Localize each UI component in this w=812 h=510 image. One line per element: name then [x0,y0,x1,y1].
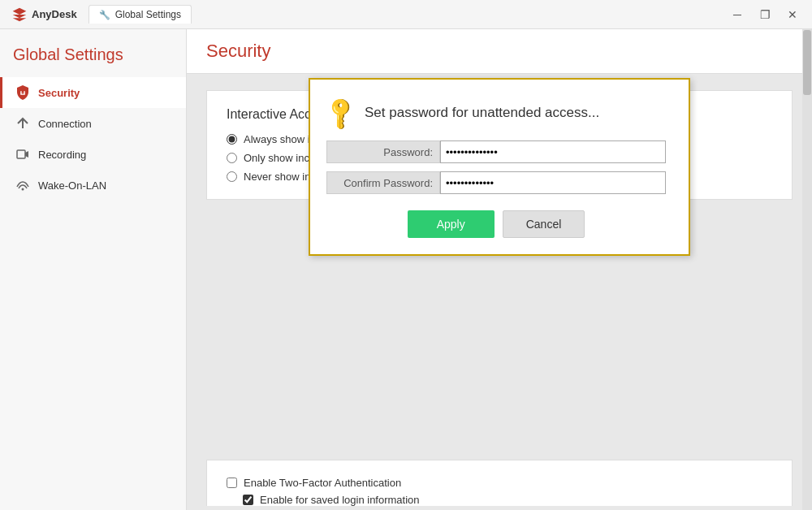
sidebar-item-security[interactable]: Security [0,77,186,108]
connection-icon [15,116,30,131]
sidebar-item-recording-label: Recording [38,149,86,161]
anydesk-logo-icon [11,6,28,23]
dialog-overlay: 🔑 Set password for unattended access... … [187,29,812,510]
svg-point-5 [22,188,24,191]
confirm-password-row: Confirm Password: [326,171,666,194]
apply-button[interactable]: Apply [408,210,495,238]
sidebar-item-wake-on-lan[interactable]: Wake-On-LAN [0,170,186,201]
window-controls: ─ ❐ ✕ [724,3,806,26]
recording-icon [15,147,30,162]
minimize-button[interactable]: ─ [724,3,750,26]
dialog-buttons: Apply Cancel [326,210,666,238]
sidebar-item-recording[interactable]: Recording [0,139,186,170]
maximize-button[interactable]: ❐ [752,3,778,26]
dialog-header: 🔑 Set password for unattended access... [326,99,666,126]
confirm-password-label: Confirm Password: [326,171,440,194]
sidebar-item-security-label: Security [38,87,80,99]
close-button[interactable]: ✕ [780,3,806,26]
tab-label: Global Settings [115,9,181,20]
tab-icon: 🔧 [99,10,110,20]
sidebar-item-connection-label: Connection [38,118,92,130]
global-settings-tab[interactable]: 🔧 Global Settings [89,5,192,24]
confirm-password-input[interactable] [440,171,666,194]
sidebar: Global Settings Security Connection [0,29,187,510]
cancel-button[interactable]: Cancel [503,210,585,238]
svg-rect-3 [17,150,25,158]
password-label: Password: [326,140,440,163]
app-logo: AnyDesk [6,6,82,23]
wake-on-lan-icon [15,178,30,192]
svg-rect-2 [23,93,24,94]
app-name-label: AnyDesk [32,8,77,20]
password-row: Password: [326,140,666,163]
key-icon: 🔑 [321,93,360,132]
security-icon [15,85,30,100]
sidebar-item-connection[interactable]: Connection [0,108,186,139]
titlebar: AnyDesk 🔧 Global Settings ─ ❐ ✕ [0,0,812,29]
main-layout: Global Settings Security Connection [0,29,812,510]
sidebar-title: Global Settings [0,39,186,77]
password-dialog: 🔑 Set password for unattended access... … [309,78,690,256]
password-input[interactable] [440,140,666,163]
content-area: Security Interactive Access Always show … [187,29,812,510]
sidebar-item-wake-on-lan-label: Wake-On-LAN [38,179,106,192]
dialog-title: Set password for unattended access... [365,105,599,121]
